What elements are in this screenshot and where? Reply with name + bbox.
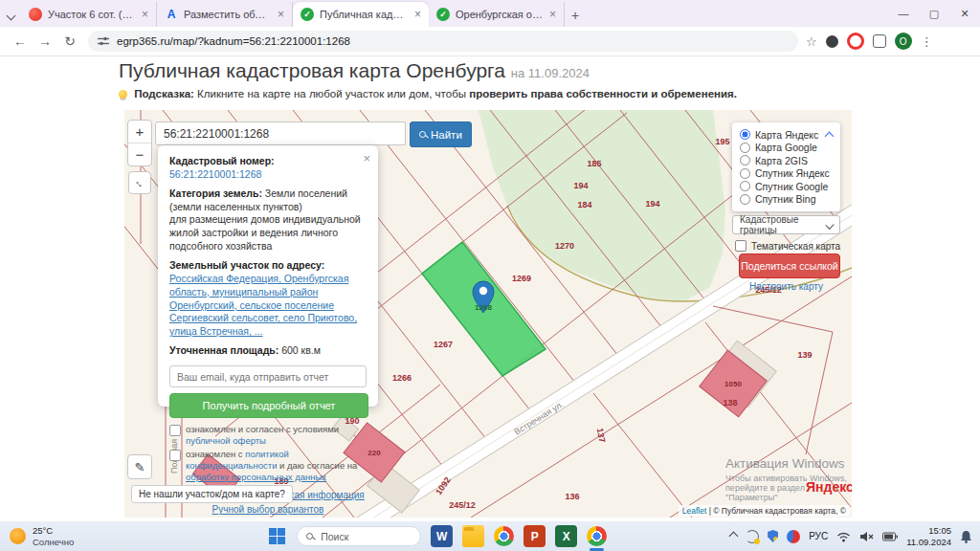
configure-map-link[interactable]: Настроить карту — [749, 281, 823, 292]
layer-option[interactable]: Карта Яндекс — [740, 128, 833, 142]
wifi-icon[interactable] — [836, 531, 851, 542]
kadnum-link[interactable]: 56:21:2210001:1268 — [169, 168, 261, 180]
lightbulb-icon — [119, 90, 127, 99]
radio-icon[interactable] — [740, 129, 750, 140]
share-link-button[interactable]: Поделиться ссылкой — [739, 253, 840, 278]
offer-link[interactable]: публичной оферты — [186, 435, 266, 446]
taskbar-app-excel-icon[interactable]: X — [555, 525, 577, 547]
taskbar-app-chrome-icon[interactable] — [494, 526, 514, 546]
window-controls: — ▢ ✕ — [888, 0, 980, 27]
popup-close-icon[interactable]: × — [363, 150, 370, 166]
browser-tab[interactable]: Оренбургская область, Орен× — [429, 2, 565, 27]
weather-widget[interactable]: 25°C Солнечно — [10, 525, 74, 547]
taskbar-app-powerpoint-icon[interactable]: P — [523, 525, 546, 547]
fullscreen-button[interactable]: ↔ — [128, 171, 151, 194]
taskbar-search[interactable]: Поиск — [297, 526, 421, 546]
layer-option-label: Карта Google — [755, 142, 817, 153]
weather-desc: Солнечно — [33, 537, 74, 547]
not-found-tooltip[interactable]: Не нашли участок/дом на карте? — [131, 485, 293, 503]
taskbar-app-explorer-icon[interactable] — [462, 525, 484, 547]
radio-icon[interactable] — [740, 155, 750, 165]
layer-option[interactable]: Карта 2GIS — [740, 154, 833, 167]
tray-app-icon[interactable] — [787, 530, 800, 543]
tab-close-icon[interactable]: × — [549, 9, 556, 20]
tray-chevron-up-icon[interactable] — [729, 532, 739, 541]
zoom-out-button[interactable]: − — [128, 143, 151, 165]
window-maximize-icon[interactable]: ▢ — [919, 8, 949, 20]
browser-tab[interactable]: Публичная кадастровая карта× — [293, 2, 429, 27]
notification-bell-icon[interactable] — [960, 530, 972, 543]
radio-icon[interactable] — [740, 194, 750, 205]
browser-tab[interactable]: Участок 6 сот. (ИЖС)× — [21, 2, 157, 27]
address-link[interactable]: Российская Федерация, Оренбургская облас… — [169, 273, 357, 337]
manual-choice-link[interactable]: Ручной выбор вариантов — [212, 504, 324, 515]
sync-icon[interactable] — [746, 530, 759, 543]
reload-icon[interactable]: ↻ — [57, 33, 82, 49]
category-label: Категория земель: — [169, 187, 262, 199]
tab-title: Оренбургская область, Орен — [456, 9, 544, 20]
taskbar-app-chrome-active-icon[interactable] — [587, 526, 607, 546]
layer-option[interactable]: Спутник Google — [740, 180, 833, 193]
volume-muted-icon[interactable] — [859, 531, 874, 542]
layer-type-select[interactable]: Кадастровые границы — [732, 215, 840, 234]
extension-red-o-icon[interactable] — [847, 33, 864, 50]
offer-checkbox[interactable] — [169, 425, 181, 436]
get-report-button[interactable]: Получить подробный отчет — [169, 393, 368, 418]
browser-tab[interactable]: Разместить объявление о про× — [157, 2, 293, 27]
address-label: Земельный участок по адресу: — [169, 259, 324, 271]
forward-icon[interactable]: → — [33, 33, 57, 49]
tab-close-icon[interactable]: × — [414, 9, 421, 20]
taskbar-search-placeholder: Поиск — [321, 531, 348, 542]
check2-pre: ознакомлен с — [186, 449, 243, 459]
tab-close-icon[interactable]: × — [142, 9, 148, 20]
privacy-checkbox[interactable] — [169, 450, 181, 461]
tab-strip: Участок 6 сот. (ИЖС)×Разместить объявлен… — [21, 0, 565, 27]
window-minimize-icon[interactable]: — — [888, 8, 919, 19]
find-button-label: Найти — [431, 129, 462, 141]
cadastral-map[interactable]: 1851841941941951270126912671266190189136… — [124, 110, 852, 518]
clock[interactable]: 15:05 11.09.2024 — [906, 525, 951, 548]
draw-pencil-button[interactable]: ✎ — [127, 454, 152, 479]
radio-icon[interactable] — [740, 143, 750, 153]
leaflet-link[interactable]: Leaflet — [682, 506, 707, 516]
parcel-info-popup: × Кадастровый номер: 56:21:2210001:1268 … — [158, 145, 378, 407]
thematic-map-row: Тематическая карта — [735, 240, 840, 252]
tab-favicon-red-circle — [29, 8, 42, 21]
new-tab-button[interactable]: + — [565, 4, 586, 27]
pencil-icon: ✎ — [135, 460, 145, 474]
collapse-chevron-icon[interactable] — [826, 130, 833, 142]
layer-option[interactable]: Спутник Bing — [740, 193, 833, 207]
watermark-title: Активация Windows — [725, 456, 852, 471]
profile-avatar[interactable]: O — [895, 33, 912, 50]
extensions-puzzle-icon[interactable] — [873, 34, 886, 48]
taskbar-app-word-icon[interactable]: W — [431, 525, 453, 547]
layer-option[interactable]: Карта Google — [740, 142, 833, 155]
desktop-screen: Участок 6 сот. (ИЖС)×Разместить объявлен… — [0, 0, 980, 551]
tab-close-icon[interactable]: × — [278, 9, 284, 20]
tab-search-chevron-icon[interactable] — [0, 4, 21, 27]
bookmark-star-icon[interactable]: ☆ — [806, 34, 817, 49]
radio-icon[interactable] — [740, 168, 750, 179]
back-icon[interactable]: ← — [8, 33, 33, 49]
url-bar[interactable]: egrp365.ru/map/?kadnum=56:21:2210001:126… — [88, 31, 798, 52]
battery-icon[interactable] — [882, 532, 898, 541]
layer-option-label: Карта 2GIS — [755, 155, 808, 166]
radio-icon[interactable] — [740, 181, 750, 191]
start-button[interactable] — [269, 528, 285, 544]
area-label: Уточненная площадь: — [169, 344, 278, 356]
language-indicator[interactable]: РУС — [809, 531, 828, 541]
tab-favicon-blue-a — [165, 8, 178, 21]
extension-dark-icon[interactable] — [826, 35, 838, 48]
browser-menu-icon[interactable]: ⋮ — [921, 34, 933, 49]
find-button[interactable]: Найти — [410, 121, 472, 147]
layer-option-label: Спутник Bing — [755, 193, 816, 205]
thematic-checkbox[interactable] — [735, 240, 746, 252]
zoom-in-button[interactable]: + — [128, 121, 151, 143]
defender-shield-icon[interactable] — [768, 530, 778, 542]
kadnum-search-input[interactable] — [155, 121, 406, 145]
time-text: 15:05 — [928, 525, 951, 536]
window-close-icon[interactable]: ✕ — [949, 8, 980, 20]
email-input[interactable] — [169, 365, 367, 387]
layer-option[interactable]: Спутник Яндекс — [740, 167, 833, 181]
personal-data-link[interactable]: обработку персональных данных — [186, 472, 326, 482]
